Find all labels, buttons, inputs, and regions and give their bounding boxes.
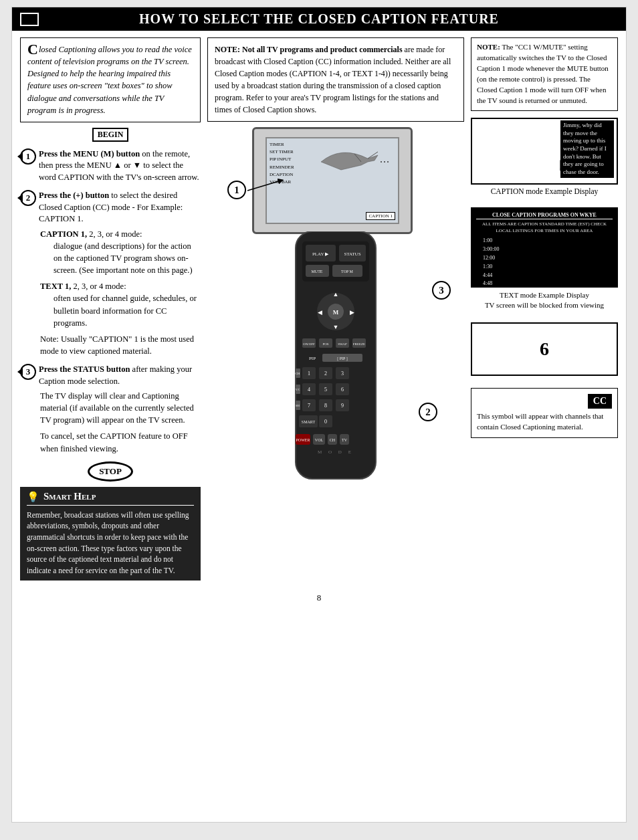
smart-help-body: Remember, broadcast stations will often … [27,510,194,576]
svg-text:8: 8 [324,403,327,409]
caption-mode-title: CAPTION 1, [40,229,87,239]
cc-badge: CC [588,394,612,409]
svg-text:PLAY ▶: PLAY ▶ [312,251,329,257]
stop-box: STOP [20,461,201,482]
tv-display-text: The TV display will clear and Captioning… [40,390,201,426]
airplane-svg [314,142,395,182]
note-usually: Note: Usually "CAPTION" 1 is the most us… [40,333,201,357]
text-mode-screen: CLOSE CAPTION PROGRAMS ON WKYE ALL ITEMS… [471,207,618,288]
center-column: NOTE: Not all TV programs and product co… [207,37,464,581]
svg-text:PIP: PIP [309,356,316,361]
tv-inner-screen: TIMER SET TIMER PIP INPUT REMINDER DCAPT… [265,137,399,224]
step-2-label: Press the (+) button to select the desir… [39,190,201,225]
menu-item-set-timer: SET TIMER [270,148,294,156]
tv-illustration: TIMER SET TIMER PIP INPUT REMINDER DCAPT… [252,127,419,234]
svg-text:SWAP: SWAP [338,342,347,346]
time-row-5: 4:44 [483,272,613,280]
time-row-6: 4:48 [483,280,613,288]
svg-text:VOL: VOL [315,438,324,442]
svg-text:6: 6 [341,387,344,393]
svg-text:4: 4 [308,387,310,393]
menu-item-pip: PIP INPUT [270,156,294,163]
text-mode-desc-label: TEXT mode Example Display TV screen will… [471,290,618,311]
menu-item-dcaption: DCAPTION [270,171,294,179]
stop-oval: STOP [88,461,133,482]
circle-label-2: 2 [419,403,437,421]
svg-point-3 [384,161,385,163]
page-title: How to Select the Closed Caption Feature [139,11,499,26]
left-column: C losed Captioning allows you to read th… [20,37,201,581]
time-row-4: 1:30 [483,263,613,272]
svg-text:9: 9 [341,403,344,409]
svg-point-2 [381,161,382,163]
svg-point-4 [387,161,389,163]
page-header: How to Select the Closed Caption Feature [12,7,626,31]
begin-label: BEGIN [92,128,129,142]
svg-text:V/C: V/C [296,388,300,391]
right-column: NOTE: The "CC1 W/MUTE" setting automatic… [471,37,618,581]
svg-text:M O D E: M O D E [318,449,354,455]
center-image-area: TIMER SET TIMER PIP INPUT REMINDER DCAPT… [207,127,464,488]
svg-text:▲: ▲ [333,291,339,298]
page: How to Select the Closed Caption Feature… [11,7,627,823]
time-row-2: 3:00:00 [483,245,613,254]
step-2-header: 2 Press the (+) button to select the des… [20,190,201,225]
box-6: 6 [471,322,618,376]
svg-text:3: 3 [341,371,344,377]
cancel-text: To cancel, set the CAPTION feature to OF… [40,430,201,454]
step-2: 2 Press the (+) button to select the des… [20,190,201,357]
smart-help-title: 💡 Smart Help [27,491,194,506]
lightbulb-icon: 💡 [27,491,39,503]
svg-text:2: 2 [324,371,327,377]
svg-text:M: M [333,309,339,316]
text-mode-subtitle: ALL ITEMS ARE CAPTION STANDARD TIME (EST… [476,221,613,235]
svg-text:STATUS: STATUS [344,251,360,257]
step-3-number: 3 [20,364,36,380]
note-box-top: NOTE: Not all TV programs and product co… [207,37,464,122]
header-decorative-box [20,13,39,26]
text-mode-desc: often used for channel guide, schedules,… [40,292,201,328]
step-3-content: The TV display will clear and Captioning… [20,390,201,455]
menu-item-vol: VOL. BAR [270,179,294,186]
intro-body: losed Captioning allows you to read the … [27,45,192,115]
svg-text:MUTE: MUTE [312,270,323,274]
text-mode-note: TV screen will be blocked from viewing [485,301,604,309]
smart-help-box: 💡 Smart Help Remember, broadcast station… [20,487,201,581]
svg-text:SM: SM [296,404,300,407]
caption-screen-text: Jimmy, why did they move the moving up t… [560,120,614,178]
svg-text:▼: ▼ [333,324,339,330]
svg-text:◀: ◀ [318,309,322,316]
text-mode-example-label: TEXT mode Example Display [500,291,589,299]
right-note-box: NOTE: The "CC1 W/MUTE" setting automatic… [471,37,618,111]
svg-text:▶: ▶ [350,309,354,316]
caption-example-screen: Jimmy, why did they move the moving up t… [471,118,618,185]
svg-text:TV: TV [342,438,348,442]
text-mode-times: 1:00 3:00:00 12:00 1:30 4:44 4:48 [476,237,613,288]
remote-control: PLAY ▶ STATUS MUTE TOP M [282,231,389,488]
step-3-header: 3 Press the STATUS button after making y… [20,364,201,387]
step-3: 3 Press the STATUS button after making y… [20,364,201,455]
caption-example-block: Jimmy, why did they move the moving up t… [471,118,618,195]
cc-note: This symbol will appear with channels th… [477,411,612,432]
svg-text:TOP M: TOP M [341,270,354,274]
caption-mode-desc: dialogue (and descriptions) for the acti… [40,240,201,276]
caption-modes: CAPTION 1, 2, 3, or 4 mode: dialogue (an… [20,228,201,357]
time-row-1: 1:00 [483,237,613,245]
svg-text:POS: POS [322,342,328,346]
text-mode-example-block: CLOSE CAPTION PROGRAMS ON WKYE ALL ITEMS… [471,207,618,311]
svg-text:SMART: SMART [302,420,316,424]
caption-example-label: CAPTION mode Example Display [471,187,618,195]
tv-menu-list: TIMER SET TIMER PIP INPUT REMINDER DCAPT… [270,141,294,186]
step-1-header: 1 Press the MENU (M) button on the remot… [20,148,201,184]
tv-caption-box: CAPTION 1 [366,212,395,220]
svg-text:7: 7 [308,403,310,409]
main-content: C losed Captioning allows you to read th… [12,31,626,587]
step-2-number: 2 [20,190,36,206]
svg-text:0: 0 [324,419,327,425]
circle-label-3: 3 [432,281,451,300]
step-3-label: Press the STATUS button after making you… [39,364,201,387]
menu-item-timer: TIMER [270,141,294,148]
svg-text:[ PIP ]: [ PIP ] [337,356,347,361]
intro-text-box: C losed Captioning allows you to read th… [20,37,201,122]
svg-text:FREEZE: FREEZE [353,342,365,346]
